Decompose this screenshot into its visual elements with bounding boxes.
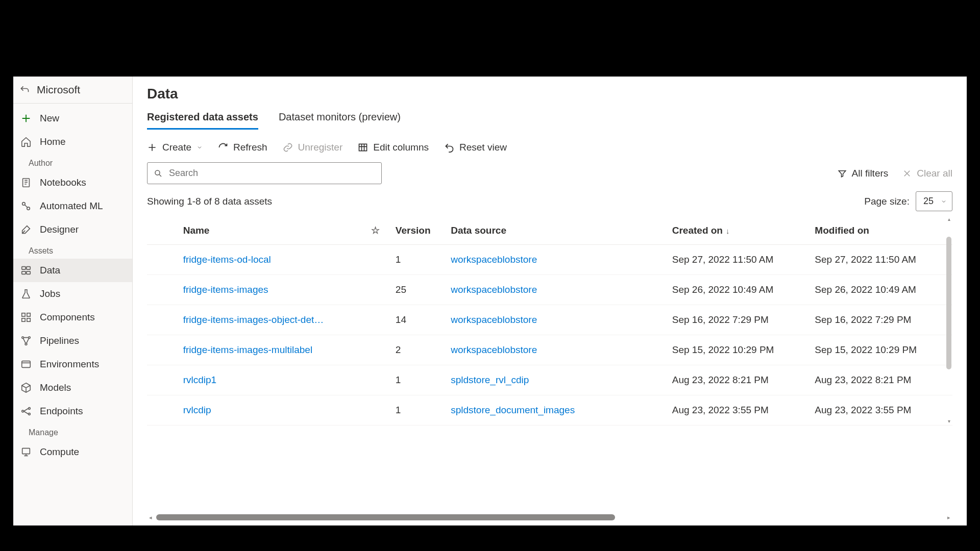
vertical-scrollbar[interactable]: ▴ ▾ <box>945 216 952 425</box>
row-modified-cell: Sep 15, 2022 10:29 PM <box>810 335 952 365</box>
row-source-cell[interactable]: spldstore_rvl_cdip <box>446 365 667 395</box>
table-row[interactable]: rvlcdip1spldstore_document_imagesAug 23,… <box>147 395 952 425</box>
row-name-cell[interactable]: fridge-items-images-object-det… <box>178 305 366 335</box>
sidebar-item-new[interactable]: New <box>13 107 132 130</box>
col-data-source[interactable]: Data source <box>446 216 667 245</box>
row-checkbox-cell[interactable] <box>147 335 178 365</box>
search-icon <box>154 169 163 178</box>
col-select[interactable] <box>147 216 178 245</box>
svg-rect-9 <box>22 318 25 321</box>
chevron-down-icon <box>941 198 947 205</box>
table-row[interactable]: fridge-items-images-object-det…14workspa… <box>147 305 952 335</box>
svg-point-15 <box>22 410 24 412</box>
row-checkbox-cell[interactable] <box>147 245 178 275</box>
sidebar-item-components[interactable]: Components <box>13 306 132 329</box>
sidebar-item-environments[interactable]: Environments <box>13 353 132 376</box>
environment-icon <box>20 359 32 370</box>
asset-name-link[interactable]: fridge-items-od-local <box>183 254 271 265</box>
create-button[interactable]: Create <box>147 142 203 153</box>
row-name-cell[interactable]: fridge-items-od-local <box>178 245 366 275</box>
tab-dataset-monitors[interactable]: Dataset monitors (preview) <box>279 111 401 130</box>
datasource-link[interactable]: workspaceblobstore <box>451 284 537 295</box>
row-checkbox-cell[interactable] <box>147 305 178 335</box>
data-table: Name ☆ Version Data source Created on↓ M… <box>147 216 952 425</box>
row-source-cell[interactable]: workspaceblobstore <box>446 275 667 305</box>
horizontal-scroll-track[interactable] <box>154 514 945 520</box>
row-favorite-cell[interactable] <box>366 305 390 335</box>
row-source-cell[interactable]: workspaceblobstore <box>446 335 667 365</box>
row-name-cell[interactable]: rvlcdip1 <box>178 365 366 395</box>
datasource-link[interactable]: workspaceblobstore <box>451 344 537 355</box>
sidebar-item-pipelines[interactable]: Pipelines <box>13 329 132 353</box>
page-size-select[interactable]: 25 <box>916 191 952 211</box>
row-source-cell[interactable]: workspaceblobstore <box>446 305 667 335</box>
sidebar-item-home[interactable]: Home <box>13 130 132 154</box>
datasource-link[interactable]: spldstore_document_images <box>451 405 575 415</box>
row-name-cell[interactable]: fridge-items-images <box>178 275 366 305</box>
horizontal-scroll-thumb[interactable] <box>156 514 615 520</box>
row-version-cell: 25 <box>390 275 446 305</box>
asset-name-link[interactable]: fridge-items-images-multilabel <box>183 344 312 355</box>
sidebar-item-label: Data <box>40 265 60 276</box>
row-favorite-cell[interactable] <box>366 275 390 305</box>
row-favorite-cell[interactable] <box>366 245 390 275</box>
reset-view-button[interactable]: Reset view <box>444 142 507 153</box>
table-row[interactable]: fridge-items-images25workspaceblobstoreS… <box>147 275 952 305</box>
row-source-cell[interactable]: workspaceblobstore <box>446 245 667 275</box>
horizontal-scrollbar[interactable]: ◂ ▸ <box>147 513 952 521</box>
scroll-up-arrow-icon[interactable]: ▴ <box>946 216 951 223</box>
table-row[interactable]: fridge-items-images-multilabel2workspace… <box>147 335 952 365</box>
asset-name-link[interactable]: rvlcdip <box>183 405 211 415</box>
scroll-left-arrow-icon[interactable]: ◂ <box>147 514 154 521</box>
col-version[interactable]: Version <box>390 216 446 245</box>
datasource-link[interactable]: workspaceblobstore <box>451 254 537 265</box>
svg-point-11 <box>22 337 24 339</box>
col-modified-on[interactable]: Modified on <box>810 216 952 245</box>
refresh-button[interactable]: Refresh <box>218 142 267 153</box>
tab-registered-assets[interactable]: Registered data assets <box>147 111 258 130</box>
chevron-down-icon <box>197 144 203 151</box>
sidebar-header: Microsoft <box>13 77 132 104</box>
vertical-scroll-thumb[interactable] <box>946 237 951 369</box>
row-favorite-cell[interactable] <box>366 365 390 395</box>
row-favorite-cell[interactable] <box>366 335 390 365</box>
row-checkbox-cell[interactable] <box>147 365 178 395</box>
row-name-cell[interactable]: fridge-items-images-multilabel <box>178 335 366 365</box>
close-icon <box>902 169 912 178</box>
sidebar-group-label-manage: Manage <box>13 423 132 440</box>
col-created-on[interactable]: Created on↓ <box>667 216 810 245</box>
asset-name-link[interactable]: rvlcdip1 <box>183 374 216 385</box>
sidebar-item-data[interactable]: Data <box>13 259 132 282</box>
all-filters-button[interactable]: All filters <box>838 168 889 179</box>
search-box[interactable] <box>147 162 382 184</box>
datasource-link[interactable]: spldstore_rvl_cdip <box>451 374 529 385</box>
star-icon: ☆ <box>371 225 380 236</box>
sidebar-item-models[interactable]: Models <box>13 376 132 399</box>
sidebar-item-designer[interactable]: Designer <box>13 218 132 241</box>
asset-name-link[interactable]: fridge-items-images <box>183 284 268 295</box>
edit-columns-button[interactable]: Edit columns <box>358 142 429 153</box>
search-input[interactable] <box>169 168 375 179</box>
sidebar-item-automl[interactable]: Automated ML <box>13 194 132 218</box>
row-name-cell[interactable]: rvlcdip <box>178 395 366 425</box>
back-icon[interactable] <box>19 85 30 95</box>
scroll-down-arrow-icon[interactable]: ▾ <box>946 418 951 425</box>
sidebar-item-endpoints[interactable]: Endpoints <box>13 399 132 423</box>
col-favorite[interactable]: ☆ <box>366 216 390 245</box>
scroll-right-arrow-icon[interactable]: ▸ <box>945 514 952 521</box>
sidebar-item-compute[interactable]: Compute <box>13 440 132 464</box>
row-source-cell[interactable]: spldstore_document_images <box>446 395 667 425</box>
table-row[interactable]: fridge-items-od-local1workspaceblobstore… <box>147 245 952 275</box>
row-checkbox-cell[interactable] <box>147 275 178 305</box>
row-favorite-cell[interactable] <box>366 395 390 425</box>
datasource-link[interactable]: workspaceblobstore <box>451 314 537 325</box>
asset-name-link[interactable]: fridge-items-images-object-det… <box>183 314 324 325</box>
app-window: Microsoft New Home Author Notebooks <box>13 77 967 525</box>
sidebar-item-label: Automated ML <box>40 201 103 212</box>
col-name[interactable]: Name <box>178 216 366 245</box>
home-icon <box>20 136 32 147</box>
table-row[interactable]: rvlcdip11spldstore_rvl_cdipAug 23, 2022 … <box>147 365 952 395</box>
sidebar-item-jobs[interactable]: Jobs <box>13 282 132 306</box>
sidebar-item-notebooks[interactable]: Notebooks <box>13 171 132 194</box>
row-checkbox-cell[interactable] <box>147 395 178 425</box>
